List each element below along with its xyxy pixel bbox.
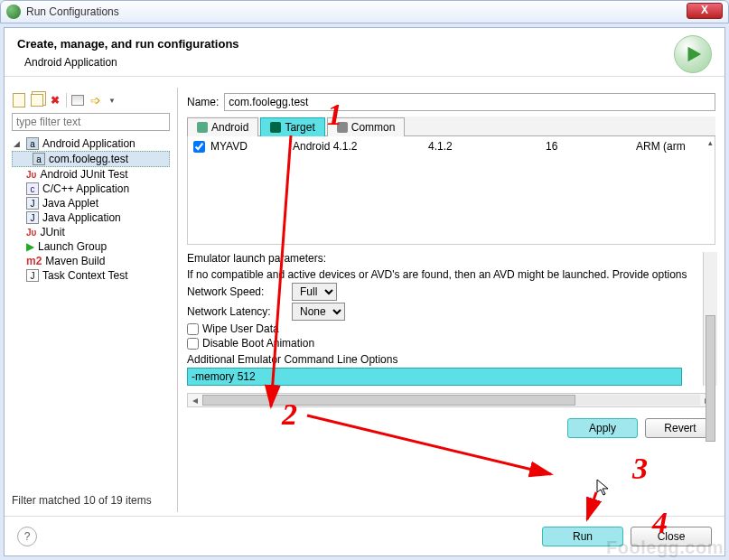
config-tree[interactable]: ◢ a Android Application a com.foolegg.te… — [12, 136, 170, 489]
toolbar-dropdown-icon[interactable]: ▼ — [105, 93, 119, 107]
tree-node-android-application[interactable]: ◢ a Android Application — [12, 136, 170, 151]
dialog-body: Create, manage, and run configurations A… — [4, 27, 725, 556]
tree-node-task-context[interactable]: J Task Context Test — [12, 268, 170, 283]
params-heading: Emulator launch parameters: — [187, 252, 693, 265]
new-config-icon[interactable] — [12, 93, 26, 107]
task-context-icon: J — [26, 269, 39, 282]
scrollbar-track[interactable] — [202, 395, 700, 406]
network-speed-label: Network Speed: — [187, 285, 286, 298]
tree-label: Android Application — [42, 137, 136, 150]
launch-group-icon: ▶ — [26, 240, 34, 253]
network-latency-label: Network Latency: — [187, 305, 286, 318]
mouse-cursor-icon — [596, 479, 611, 497]
wipe-data-label: Wipe User Data — [202, 322, 279, 335]
wipe-data-checkbox[interactable] — [187, 323, 199, 335]
junit-icon: Jυ — [26, 170, 36, 180]
tab-common[interactable]: Common — [327, 117, 406, 136]
help-icon[interactable]: ? — [17, 527, 37, 546]
network-speed-select[interactable]: Full — [292, 283, 337, 301]
java-applet-icon: J — [26, 197, 39, 210]
tree-node-cpp[interactable]: c C/C++ Application — [12, 182, 170, 196]
toolbar-separator — [66, 93, 67, 107]
cmdline-input[interactable] — [187, 368, 682, 386]
window-title: Run Configurations — [26, 5, 119, 18]
java-app-icon: J — [26, 211, 39, 224]
config-toolbar: ✖ ▼ — [12, 93, 170, 107]
tree-label: Java Applet — [42, 197, 98, 210]
scroll-left-icon[interactable]: ◂ — [188, 394, 202, 406]
tree-node-java-app[interactable]: J Java Application — [12, 210, 170, 225]
tab-label: Common — [351, 121, 396, 134]
tree-node-maven[interactable]: m2 Maven Build — [12, 254, 170, 268]
junit-icon: Jυ — [26, 228, 36, 238]
tab-label: Target — [285, 121, 314, 134]
filter-launched-icon[interactable] — [89, 93, 103, 107]
window-titlebar: Run Configurations X — [0, 0, 729, 23]
cpp-icon: c — [26, 182, 39, 195]
delete-config-icon[interactable]: ✖ — [48, 93, 62, 107]
duplicate-config-icon[interactable] — [30, 93, 44, 107]
tree-label: Maven Build — [45, 255, 105, 267]
dialog-title: Create, manage, and run configurations — [17, 37, 712, 51]
tree-node-com-foolegg-test[interactable]: a com.foolegg.test — [12, 151, 170, 167]
tree-label: Task Context Test — [42, 269, 128, 282]
dialog-subtitle: Android Application — [24, 56, 712, 69]
tree-label: C/C++ Application — [42, 182, 129, 195]
android-app-icon: a — [26, 137, 39, 150]
filter-input[interactable] — [12, 113, 170, 131]
target-tab-icon — [270, 122, 281, 133]
tab-label: Android — [211, 121, 248, 134]
apply-button[interactable]: Apply — [567, 418, 638, 438]
tree-node-java-applet[interactable]: J Java Applet — [12, 196, 170, 210]
collapse-all-icon[interactable] — [70, 93, 85, 107]
tree-label: Android JUnit Test — [40, 168, 127, 181]
tree-label: com.foolegg.test — [49, 153, 128, 165]
disable-boot-label: Disable Boot Animation — [202, 337, 314, 350]
tree-node-launch-group[interactable]: ▶ Launch Group — [12, 239, 170, 254]
tab-bar: Android Target Common — [187, 117, 715, 136]
avd-api: 16 — [546, 140, 636, 153]
expander-icon[interactable]: ◢ — [14, 139, 23, 148]
android-tab-icon — [197, 122, 208, 133]
horizontal-scrollbar[interactable]: ◂ ▸ — [187, 393, 715, 407]
avd-cpu: ARM (arm — [636, 140, 709, 153]
avd-checkbox[interactable] — [193, 141, 205, 153]
svg-marker-0 — [688, 47, 702, 62]
run-glyph-icon — [674, 35, 712, 73]
tab-android[interactable]: Android — [187, 117, 258, 136]
android-app-icon: a — [33, 153, 45, 165]
dialog-header: Create, manage, and run configurations A… — [5, 28, 724, 77]
left-panel: ✖ ▼ ◢ a Android Application a com.fooleg… — [5, 88, 178, 512]
eclipse-icon — [6, 5, 21, 19]
params-note: If no compatible and active devices or A… — [187, 268, 693, 281]
right-panel: Name: Android Target Common ▴ MYAVD Andr… — [178, 88, 724, 512]
disable-boot-checkbox[interactable] — [187, 338, 199, 350]
scroll-up-icon[interactable]: ▴ — [708, 138, 713, 147]
avd-table[interactable]: ▴ MYAVD Android 4.1.2 4.1.2 16 ARM (arm — [187, 136, 715, 245]
name-label: Name: — [187, 96, 219, 108]
tree-node-android-junit[interactable]: Jυ Android JUnit Test — [12, 167, 170, 182]
tab-target[interactable]: Target — [260, 117, 324, 136]
tree-node-junit[interactable]: Jυ JUnit — [12, 225, 170, 239]
scrollbar-thumb[interactable] — [202, 395, 575, 406]
common-tab-icon — [337, 122, 348, 133]
avd-name: MYAVD — [210, 140, 248, 153]
name-input[interactable] — [224, 93, 715, 111]
tree-label: JUnit — [40, 226, 64, 238]
tree-label: Launch Group — [38, 240, 107, 253]
cmdline-label: Additional Emulator Command Line Options — [187, 353, 693, 366]
emulator-params: Emulator launch parameters: If no compat… — [187, 252, 693, 386]
avd-target: Android 4.1.2 — [293, 140, 428, 153]
filter-status: Filter matched 10 of 19 items — [12, 489, 170, 507]
network-latency-select[interactable]: None — [292, 303, 345, 321]
scrollbar-thumb[interactable] — [706, 315, 715, 442]
avd-row[interactable]: MYAVD Android 4.1.2 4.1.2 16 ARM (arm — [188, 136, 715, 156]
tree-label: Java Application — [42, 211, 121, 224]
maven-icon: m2 — [26, 255, 42, 267]
window-close-button[interactable]: X — [687, 3, 723, 19]
avd-platform: 4.1.2 — [428, 140, 546, 153]
params-vertical-scrollbar[interactable] — [703, 252, 717, 386]
watermark: Foolegg.com — [606, 537, 724, 558]
